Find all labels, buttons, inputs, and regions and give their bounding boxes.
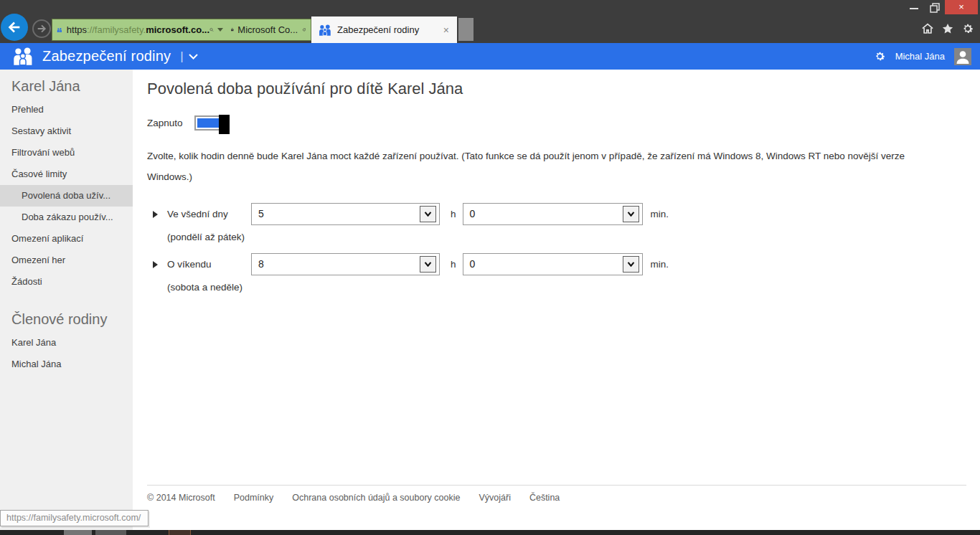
taskbar-button[interactable] [95, 530, 126, 535]
weekend-hours-select[interactable]: 8 [251, 253, 440, 275]
toggle-label: Zapnuto [147, 118, 183, 128]
chevron-down-icon [424, 262, 432, 267]
family-safety-favicon [57, 24, 62, 36]
sidebar-item-omezeni-her[interactable]: Omezení her [0, 250, 133, 271]
chevron-down-icon [627, 262, 635, 267]
settings-gear-icon[interactable] [961, 22, 974, 35]
sidebar-item-prehled[interactable]: Přehled [0, 99, 133, 120]
url-text: https://familysafety.microsoft.co... [67, 24, 209, 35]
footer-link-vyvojari[interactable]: Vývojáři [479, 493, 510, 503]
chrome-toolbar [921, 22, 974, 35]
sidebar-item-sestavy-aktivit[interactable]: Sestavy aktivit [0, 120, 133, 142]
chevron-down-icon [627, 212, 635, 217]
sidebar: Karel Jána Přehled Sestavy aktivit Filtr… [0, 70, 133, 530]
sidebar-item-casove-limity[interactable]: Časové limity [0, 164, 133, 185]
refresh-icon[interactable] [302, 24, 306, 35]
forward-arrow-icon [36, 23, 47, 34]
app-title: Zabezpečení rodiny [42, 48, 171, 65]
forward-button[interactable] [32, 19, 51, 38]
taskbar-button[interactable] [64, 530, 92, 535]
toggle-row: Zapnuto [147, 115, 980, 131]
search-icon[interactable] [209, 24, 214, 35]
certificate-identity[interactable]: Microsoft Co... [237, 24, 298, 35]
weekend-hours-value: 8 [258, 254, 264, 275]
close-icon: × [958, 1, 964, 12]
minutes-unit-label: min. [651, 203, 669, 225]
sidebar-child-name: Karel Jána [0, 70, 133, 99]
weekend-minutes-value: 0 [470, 254, 476, 275]
main-content: Povolená doba používání pro dítě Karel J… [133, 70, 980, 530]
description-text: Zvolte, kolik hodin denně bude Karel Ján… [147, 146, 933, 187]
sidebar-item-filtrovani-webu[interactable]: Filtrování webů [0, 142, 133, 164]
url-domain: microsoft.co... [146, 24, 209, 35]
select-arrow-button[interactable] [420, 256, 436, 273]
page-footer: © 2014 Microsoft Podmínky Ochrana osobní… [147, 485, 966, 503]
copyright-text: © 2014 Microsoft [147, 493, 215, 503]
weekend-labels: O víkendu (sobota a neděle) [167, 253, 251, 293]
hours-unit-label: h [451, 253, 456, 275]
close-button[interactable]: × [945, 0, 978, 14]
address-dropdown-icon[interactable] [217, 28, 223, 32]
signed-in-user[interactable]: Michal Jána [895, 51, 945, 62]
expander-triangle-icon[interactable] [153, 261, 158, 268]
new-tab-button[interactable] [458, 18, 473, 41]
minimize-button[interactable] [910, 8, 918, 9]
footer-link-podminky[interactable]: Podmínky [234, 493, 274, 503]
chevron-down-icon [424, 212, 432, 217]
address-bar[interactable]: https://familysafety.microsoft.co... Mic… [52, 19, 311, 41]
restore-button[interactable] [930, 3, 940, 13]
tab-favicon [318, 24, 332, 36]
avatar[interactable] [954, 48, 971, 65]
tab-close-icon[interactable]: × [442, 24, 451, 36]
app-header: Zabezpečení rodiny | Michal Jána [0, 43, 980, 70]
chevron-down-icon[interactable] [189, 54, 198, 60]
family-safety-logo-icon [11, 47, 34, 65]
weekend-sublabel: (sobota a neděle) [167, 282, 251, 293]
header-separator: | [180, 49, 183, 64]
back-button[interactable] [1, 14, 28, 41]
weekday-labels: Ve všední dny (pondělí až pátek) [167, 203, 251, 243]
page-title: Povolená doba používání pro dítě Karel J… [147, 80, 980, 98]
lock-icon [230, 24, 234, 35]
weekday-hours-select[interactable]: 5 [251, 203, 440, 225]
person-icon [954, 48, 971, 65]
sidebar-member-michal[interactable]: Michal Jána [0, 354, 133, 375]
sidebar-item-povolena-doba[interactable]: Povolená doba užív... [0, 185, 133, 207]
toggle-knob[interactable] [219, 115, 230, 134]
expander-triangle-icon[interactable] [153, 211, 158, 218]
browser-chrome: https://familysafety.microsoft.co... Mic… [0, 16, 980, 43]
select-arrow-button[interactable] [420, 206, 436, 222]
browser-tab[interactable]: Zabezpečení rodiny × [311, 16, 457, 43]
weekend-minutes-select[interactable]: 0 [463, 253, 643, 275]
select-arrow-button[interactable] [623, 256, 639, 273]
taskbar-button[interactable] [169, 530, 191, 535]
hours-unit-label: h [451, 203, 456, 225]
sidebar-item-doba-zakazu[interactable]: Doba zákazu použív... [0, 207, 133, 228]
window-titlebar: × [0, 0, 980, 16]
sidebar-member-karel[interactable]: Karel Jána [0, 332, 133, 354]
weekday-minutes-select[interactable]: 0 [463, 203, 643, 225]
weekday-hours-value: 5 [258, 204, 264, 224]
tab-title: Zabezpečení rodiny [337, 24, 442, 35]
header-gear-icon[interactable] [874, 50, 886, 62]
select-arrow-button[interactable] [623, 206, 639, 222]
favorites-star-icon[interactable] [941, 22, 954, 35]
footer-link-cestina[interactable]: Čeština [529, 493, 560, 503]
home-icon[interactable] [921, 22, 934, 35]
sidebar-item-omezeni-aplikaci[interactable]: Omezení aplikací [0, 228, 133, 250]
url-path: ://familysafety. [87, 24, 146, 35]
taskbar [0, 530, 980, 535]
restore-icon [930, 3, 940, 13]
footer-link-ochrana-udaju[interactable]: Ochrana osobních údajů a soubory cookie [292, 493, 460, 503]
weekday-sublabel: (pondělí až pátek) [167, 232, 251, 243]
sidebar-item-zadosti[interactable]: Žádosti [0, 271, 133, 293]
weekday-limit-row: Ve všední dny (pondělí až pátek) 5 h 0 [147, 203, 980, 243]
curfew-toggle[interactable] [194, 115, 227, 131]
weekend-limit-row: O víkendu (sobota a neděle) 8 h 0 [147, 253, 980, 293]
weekday-label: Ve všední dny [167, 203, 251, 225]
minutes-unit-label: min. [651, 253, 669, 275]
url-scheme: https [67, 24, 87, 35]
sidebar-family-heading: Členové rodiny [0, 293, 133, 332]
weekday-minutes-value: 0 [470, 204, 476, 224]
browser-window: × https://familysafety.microso [0, 0, 980, 535]
